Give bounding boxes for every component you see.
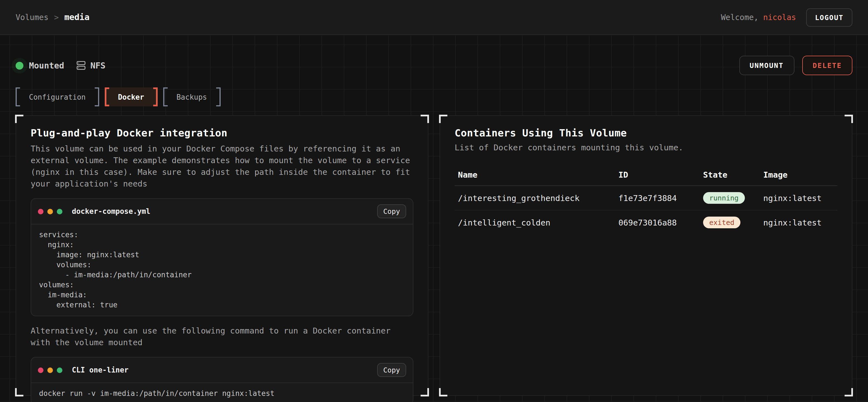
panel-corner-bracket	[845, 388, 853, 396]
table-row: /intelligent_colden 069e73016a88 exited …	[455, 210, 837, 234]
compose-code-header: docker-compose.yml Copy	[31, 199, 413, 224]
tab-right-bracket	[153, 88, 157, 106]
container-image: nginx:latest	[763, 218, 834, 227]
tab-configuration-label: Configuration	[20, 88, 95, 106]
compose-code-block: docker-compose.yml Copy services: nginx:…	[31, 198, 413, 316]
panel-corner-bracket	[15, 115, 23, 123]
server-icon	[76, 61, 86, 70]
top-bar-right: Welcome, nicolas LOGOUT	[721, 8, 852, 27]
container-name: /intelligent_colden	[458, 218, 618, 227]
panel-corner-bracket	[421, 115, 429, 123]
compose-code-content: services: nginx: image: nginx:latest vol…	[31, 224, 413, 316]
column-header-name: Name	[458, 170, 618, 179]
cli-code-block: CLI one-liner Copy docker run -v im-medi…	[31, 357, 413, 402]
traffic-light-red-icon	[38, 367, 43, 373]
containers-panel: Containers Using This Volume List of Doc…	[440, 115, 852, 396]
breadcrumb: Volumes > media	[16, 12, 89, 22]
logout-button[interactable]: LOGOUT	[806, 8, 852, 27]
compose-filename: docker-compose.yml	[72, 207, 373, 215]
panel-corner-bracket	[439, 388, 447, 396]
tab-configuration[interactable]: Configuration	[16, 88, 99, 106]
docker-panel-description: This volume can be used in your Docker C…	[31, 143, 413, 190]
tab-backups-label: Backups	[167, 88, 216, 106]
top-bar: Volumes > media Welcome, nicolas LOGOUT	[0, 0, 868, 35]
breadcrumb-current-volume: media	[64, 12, 89, 22]
welcome-label: Welcome,	[721, 13, 763, 22]
app-window: Volumes > media Welcome, nicolas LOGOUT …	[0, 0, 868, 402]
panel-corner-bracket	[15, 388, 23, 396]
tab-left-bracket	[16, 88, 20, 106]
breadcrumb-volumes-link[interactable]: Volumes	[16, 13, 49, 22]
state-badge: running	[703, 192, 745, 204]
containers-table-header: Name ID State Image	[455, 164, 837, 186]
state-badge: exited	[703, 216, 740, 228]
main-content: Mounted NFS UNMOUNT DELETE	[0, 36, 868, 402]
breadcrumb-separator: >	[54, 13, 59, 22]
username: nicolas	[763, 13, 796, 22]
tab-right-bracket	[216, 88, 220, 106]
containers-table: Name ID State Image /interesting_grothen…	[455, 164, 837, 234]
traffic-light-red-icon	[38, 208, 43, 214]
cli-code-header: CLI one-liner Copy	[31, 358, 413, 383]
status-row: Mounted NFS UNMOUNT DELETE	[16, 56, 852, 75]
container-image: nginx:latest	[763, 194, 834, 202]
column-header-state: State	[703, 170, 763, 179]
welcome-text: Welcome, nicolas	[721, 13, 796, 22]
containers-panel-title: Containers Using This Volume	[455, 127, 837, 139]
cli-copy-button[interactable]: Copy	[377, 363, 406, 377]
tab-docker[interactable]: Docker	[105, 88, 158, 106]
container-name: /interesting_grothendieck	[458, 194, 618, 202]
tab-left-bracket	[163, 88, 167, 106]
volume-type: NFS	[76, 60, 105, 70]
volume-status-group: Mounted NFS	[16, 60, 105, 70]
tab-docker-label: Docker	[109, 88, 153, 106]
traffic-light-yellow-icon	[48, 367, 53, 373]
traffic-light-green-icon	[57, 367, 62, 373]
volume-actions: UNMOUNT DELETE	[739, 56, 852, 75]
unmount-button[interactable]: UNMOUNT	[739, 56, 794, 75]
cli-intro-text: Alternatively, you can use the following…	[31, 325, 413, 348]
tab-backups[interactable]: Backups	[163, 88, 220, 106]
tab-left-bracket	[105, 88, 109, 106]
mount-status: Mounted	[16, 60, 64, 70]
containers-panel-subtitle: List of Docker containers mounting this …	[455, 143, 837, 152]
docker-integration-panel: Plug-and-play Docker integration This vo…	[16, 115, 428, 396]
panel-corner-bracket	[421, 388, 429, 396]
container-id: f1e73e7f3884	[618, 194, 703, 202]
cli-code-content: docker run -v im-media:/path/in/containe…	[31, 383, 413, 402]
panel-corner-bracket	[439, 115, 447, 123]
table-row: /interesting_grothendieck f1e73e7f3884 r…	[455, 186, 837, 210]
column-header-image: Image	[763, 170, 834, 179]
tab-bar: Configuration Docker Backups	[16, 88, 852, 106]
column-header-id: ID	[618, 170, 703, 179]
delete-button[interactable]: DELETE	[802, 56, 852, 75]
tab-right-bracket	[95, 88, 99, 106]
cli-block-title: CLI one-liner	[72, 366, 373, 374]
volume-type-label: NFS	[90, 60, 105, 70]
container-id: 069e73016a88	[618, 218, 703, 227]
mount-status-label: Mounted	[29, 60, 64, 70]
traffic-light-green-icon	[57, 208, 62, 214]
panel-corner-bracket	[845, 115, 853, 123]
compose-copy-button[interactable]: Copy	[377, 204, 406, 218]
docker-panel-title: Plug-and-play Docker integration	[31, 127, 413, 139]
mounted-status-dot-icon	[16, 62, 23, 69]
traffic-light-yellow-icon	[48, 208, 53, 214]
panels-row: Plug-and-play Docker integration This vo…	[16, 115, 852, 396]
